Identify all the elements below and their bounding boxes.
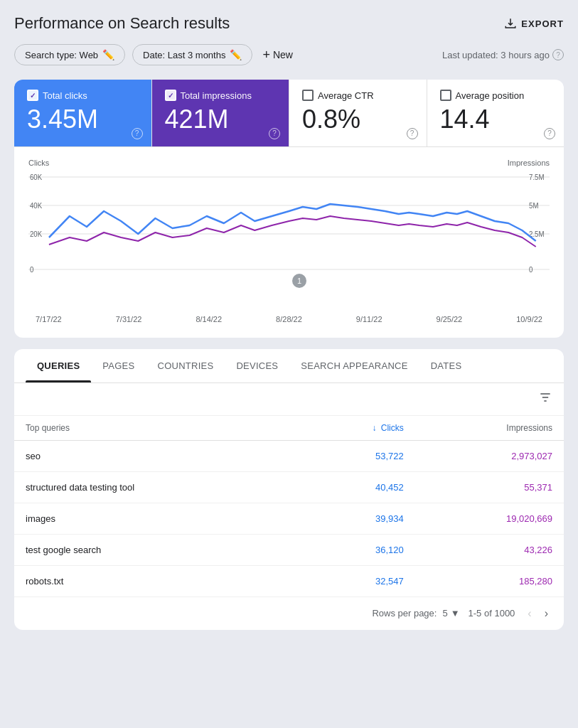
chart-area: Clicks Impressions 60K 40K 20K 0 7.5M 5M… [14, 147, 564, 338]
help-ctr-icon: ? [407, 128, 418, 139]
metric-label-clicks: Total clicks [27, 90, 139, 101]
svg-text:60K: 60K [30, 173, 43, 181]
table-row: structured data testing tool 40,452 55,3… [14, 471, 564, 503]
tab-queries[interactable]: QUERIES [26, 349, 91, 382]
cell-clicks: 36,120 [298, 534, 415, 565]
pagination-nav: ‹ › [523, 606, 552, 621]
dropdown-icon[interactable]: ▼ [451, 608, 460, 619]
help-icon: ? [552, 49, 564, 60]
metric-value-position: 14.4 [440, 105, 552, 134]
last-updated: Last updated: 3 hours ago ? [442, 49, 564, 60]
metric-label-position: Average position [440, 90, 552, 101]
svg-text:7.5M: 7.5M [529, 173, 544, 181]
pagination-info: 1-5 of 1000 [469, 608, 515, 619]
svg-text:5M: 5M [529, 201, 538, 209]
cell-query: images [14, 503, 298, 534]
edit-icon-date: ✏️ [230, 49, 242, 60]
chart-svg: 60K 40K 20K 0 7.5M 5M 2.5M 0 [28, 170, 550, 298]
next-page-button[interactable]: › [540, 606, 552, 621]
col-header-clicks[interactable]: ↓ Clicks [298, 416, 415, 441]
cell-impressions: 43,226 [415, 534, 564, 565]
plus-icon: + [262, 48, 270, 63]
metric-total-impressions[interactable]: Total impressions 421M ? [152, 80, 290, 146]
cell-clicks: 32,547 [298, 565, 415, 596]
tab-search-appearance[interactable]: SEARCH APPEARANCE [289, 349, 419, 382]
table-row: seo 53,722 2,973,027 [14, 440, 564, 471]
metric-value-ctr: 0.8% [302, 105, 414, 134]
edit-icon: ✏️ [102, 49, 114, 60]
metric-average-ctr[interactable]: Average CTR 0.8% ? [289, 80, 427, 146]
metrics-card: Total clicks 3.45M ? Total impressions 4… [14, 80, 564, 338]
col-header-query: Top queries [14, 416, 298, 441]
new-button[interactable]: + New [262, 48, 293, 63]
rows-per-page: Rows per page: 5 ▼ [372, 608, 459, 619]
table-filter-icon[interactable] [538, 390, 552, 408]
page-title: Performance on Search results [14, 14, 230, 33]
cell-query: structured data testing tool [14, 471, 298, 503]
table-row: robots.txt 32,547 185,280 [14, 565, 564, 596]
filter-bar [14, 383, 564, 416]
svg-text:0: 0 [529, 265, 533, 273]
export-button[interactable]: EXPORT [504, 17, 564, 30]
help-impressions-icon: ? [269, 128, 280, 139]
help-position-icon: ? [544, 128, 555, 139]
toolbar: Search type: Web ✏️ Date: Last 3 months … [14, 44, 564, 65]
tab-countries[interactable]: COUNTRIES [146, 349, 225, 382]
col-header-impressions[interactable]: Impressions [415, 416, 564, 441]
checkbox-ctr [302, 90, 314, 101]
metric-label-impressions: Total impressions [165, 90, 277, 101]
sort-icon: ↓ [372, 423, 376, 433]
chart-axis-labels: Clicks Impressions [28, 159, 550, 167]
cell-impressions: 19,020,669 [415, 503, 564, 534]
checkbox-impressions [165, 90, 176, 101]
tab-pages[interactable]: PAGES [91, 349, 146, 382]
svg-text:40K: 40K [30, 201, 43, 209]
tabs: QUERIES PAGES COUNTRIES DEVICES SEARCH A… [14, 349, 564, 383]
svg-text:0: 0 [30, 265, 34, 273]
chart-marker: 1 [292, 274, 306, 288]
cell-clicks: 40,452 [298, 471, 415, 503]
tab-dates[interactable]: DATES [419, 349, 473, 382]
cell-clicks: 53,722 [298, 440, 415, 471]
metric-total-clicks[interactable]: Total clicks 3.45M ? [14, 80, 152, 146]
search-type-filter[interactable]: Search type: Web ✏️ [14, 44, 125, 65]
table-row: images 39,934 19,020,669 [14, 503, 564, 534]
checkbox-position [440, 90, 451, 101]
cell-impressions: 185,280 [415, 565, 564, 596]
table-card: QUERIES PAGES COUNTRIES DEVICES SEARCH A… [14, 349, 564, 630]
metric-value-clicks: 3.45M [27, 105, 139, 134]
download-icon [504, 17, 517, 30]
metric-average-position[interactable]: Average position 14.4 ? [427, 80, 564, 146]
queries-table: Top queries ↓ Clicks Impressions seo 53,… [14, 416, 564, 596]
chart-container: 60K 40K 20K 0 7.5M 5M 2.5M 0 1 [28, 170, 550, 312]
cell-impressions: 2,973,027 [415, 440, 564, 471]
metric-label-ctr: Average CTR [302, 90, 414, 101]
metrics-row: Total clicks 3.45M ? Total impressions 4… [14, 80, 564, 147]
prev-page-button[interactable]: ‹ [523, 606, 535, 621]
cell-query: test google search [14, 534, 298, 565]
metric-value-impressions: 421M [165, 105, 277, 134]
svg-text:20K: 20K [30, 230, 43, 237]
table-footer: Rows per page: 5 ▼ 1-5 of 1000 ‹ › [14, 596, 564, 630]
cell-query: seo [14, 440, 298, 471]
cell-impressions: 55,371 [415, 471, 564, 503]
tab-devices[interactable]: DEVICES [225, 349, 289, 382]
checkbox-clicks [27, 90, 38, 101]
date-filter[interactable]: Date: Last 3 months ✏️ [132, 44, 252, 65]
help-clicks-icon: ? [132, 128, 143, 139]
cell-query: robots.txt [14, 565, 298, 596]
page-header: Performance on Search results EXPORT [14, 14, 564, 33]
cell-clicks: 39,934 [298, 503, 415, 534]
table-row: test google search 36,120 43,226 [14, 534, 564, 565]
chart-x-labels: 7/17/22 7/31/22 8/14/22 8/28/22 9/11/22 … [28, 315, 550, 323]
